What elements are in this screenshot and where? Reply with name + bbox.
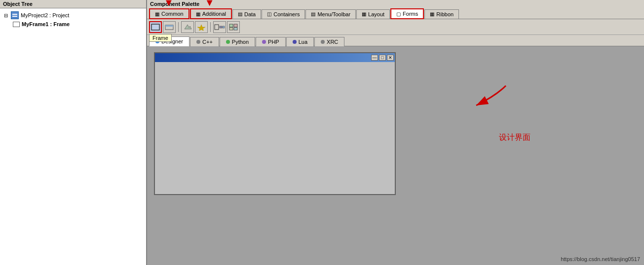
design-label: 设计界面 [499,132,530,143]
annotation-arrow [456,76,516,115]
toolbar-sep-1 [178,22,179,32]
toolbar-btn-2[interactable] [163,21,176,33]
designer-canvas: — □ ✕ 设计界面 https://blog.csdn.net/tianjin… [147,46,644,265]
tab-forms[interactable]: ▢ Forms [390,8,424,19]
forms-tab-label: Forms [403,11,418,17]
svg-rect-8 [220,26,222,28]
tab-ribbon[interactable]: ▦ Ribbon [424,9,459,19]
forms-tab-icon: ▢ [396,11,401,17]
watermark: https://blog.csdn.net/tianjing0517 [561,256,640,262]
lua-dot [293,40,297,44]
svg-rect-10 [229,24,233,27]
xrc-dot [321,40,325,44]
component-palette: Component Palette ▼ ▦ Common ▼ ▦ Additio… [147,0,644,19]
palette-title: Component Palette [147,0,644,7]
svg-rect-12 [229,28,233,30]
window-body [155,62,395,194]
svg-rect-1 [12,14,17,15]
project-icon [11,11,19,19]
frame-toolbar-btn[interactable] [149,21,162,33]
tab-containers[interactable]: ◫ Containers [262,9,305,19]
right-panel: Component Palette ▼ ▦ Common ▼ ▦ Additio… [147,0,644,265]
data-tab-label: Data [244,11,256,17]
python-dot [226,40,230,44]
common-tab-icon: ▦ [155,11,159,17]
tab-cpp[interactable]: C++ [190,37,219,46]
tab-menutoolbar[interactable]: ▤ Menu/Toolbar [305,9,356,19]
tab-data[interactable]: ▤ Data [232,9,261,19]
window-titlebar: — □ ✕ [155,53,395,62]
cpp-dot [196,40,200,44]
containers-tab-icon: ◫ [267,11,271,17]
tree-item-frame[interactable]: MyFrame1 : Frame [2,20,144,28]
svg-rect-2 [12,16,17,17]
toolbar-btn-4[interactable] [195,21,208,33]
object-tree-title: Object Tree [0,0,146,8]
layout-tab-label: Layout [368,11,384,17]
expand-icon[interactable]: ⊟ [3,13,9,18]
designer-tabs: Designer C++ Python PHP Lua XRC [147,35,644,46]
maximize-button[interactable]: □ [379,55,386,61]
layout-tab-icon: ▦ [362,11,366,17]
tab-python[interactable]: Python [220,37,255,46]
toolbar-btn-3[interactable] [181,21,194,33]
svg-rect-0 [11,12,18,19]
frame-label: MyFrame1 : Frame [22,21,70,27]
tab-layout[interactable]: ▦ Layout [356,9,390,19]
common-tab-label: Common [161,11,184,17]
toolbar-btn-5[interactable] [213,21,226,33]
php-tab-label: PHP [268,39,279,45]
palette-tabs: ▼ ▦ Common ▼ ▦ Additional ▤ Data [147,7,644,19]
svg-rect-5 [165,25,173,27]
ribbon-tab-label: Ribbon [436,11,454,17]
menutoolbar-tab-label: Menu/Toolbar [317,11,350,17]
tree-content: ⊟ MyProject2 : Project MyFrame1 : Frame [0,8,146,265]
tab-lua[interactable]: Lua [286,37,314,46]
tree-item-root[interactable]: ⊟ MyProject2 : Project [2,10,144,20]
python-tab-label: Python [232,39,249,45]
containers-tab-label: Containers [273,11,300,17]
svg-marker-6 [197,25,205,31]
svg-rect-11 [234,24,237,27]
object-tree-panel: Object Tree ⊟ MyProject2 : Project MyFra… [0,0,147,265]
php-dot [262,40,266,44]
toolbar-row [147,19,644,35]
svg-rect-13 [234,28,237,30]
toolbar-sep-2 [210,22,211,32]
close-button[interactable]: ✕ [387,55,394,61]
svg-rect-3 [152,24,159,30]
minimize-button[interactable]: — [371,55,378,61]
tab-additional[interactable]: ▦ Additional [190,8,232,19]
designer-frame-window[interactable]: — □ ✕ [154,52,396,195]
additional-tab-label: Additional [202,11,226,17]
tab-php[interactable]: PHP [256,37,286,46]
frame-tooltip: Frame [149,34,172,42]
ribbon-tab-icon: ▦ [430,11,434,17]
menutoolbar-tab-icon: ▤ [311,11,315,17]
frame-icon [13,22,20,27]
additional-tab-icon: ▦ [196,11,200,17]
svg-rect-9 [223,26,225,28]
toolbar-btn-6[interactable] [227,21,240,33]
svg-rect-7 [215,25,219,30]
lua-tab-label: Lua [299,39,307,45]
xrc-tab-label: XRC [327,39,338,45]
tab-xrc[interactable]: XRC [314,37,344,46]
project-label: MyProject2 : Project [21,12,69,18]
cpp-tab-label: C++ [202,39,213,45]
tab-common[interactable]: ▦ Common [149,8,189,19]
data-tab-icon: ▤ [238,11,242,17]
